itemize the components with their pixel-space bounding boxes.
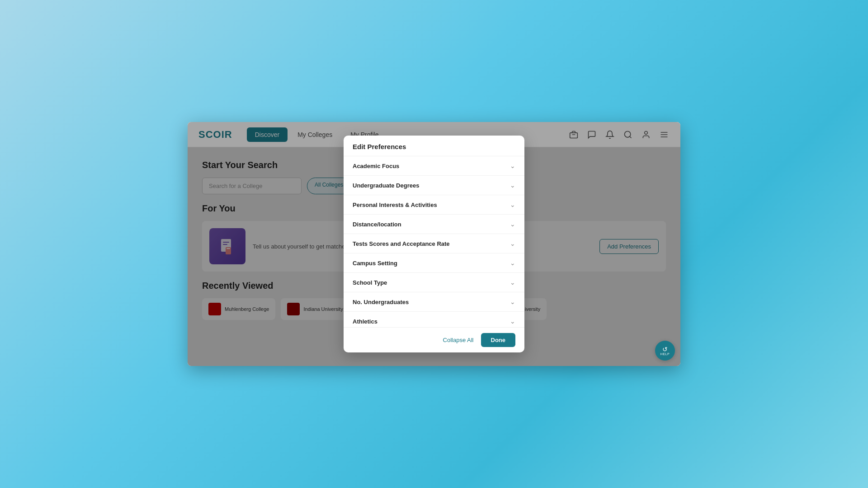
chevron-icon-school-type: ⌄ <box>510 279 515 286</box>
help-icon: ↺ <box>660 346 670 352</box>
pref-item-no-undergraduates[interactable]: No. Undergraduates ⌄ <box>344 292 524 312</box>
modal-overlay[interactable]: Edit Preferences Academic Focus ⌄ Underg… <box>188 122 680 366</box>
help-button[interactable]: ↺ HELP <box>655 341 675 361</box>
pref-item-test-scores[interactable]: Tests Scores and Acceptance Rate ⌄ <box>344 234 524 253</box>
chevron-icon-test-scores: ⌄ <box>510 240 515 247</box>
pref-item-athletics[interactable]: Athletics ⌄ <box>344 312 524 327</box>
modal-footer: Collapse All Done <box>344 327 524 352</box>
pref-item-campus-setting[interactable]: Campus Setting ⌄ <box>344 253 524 273</box>
help-label: HELP <box>660 352 670 356</box>
pref-label-undergraduate-degrees: Undergraduate Degrees <box>353 182 419 189</box>
browser-window: SCOIR Discover My Colleges My Profile <box>188 122 680 366</box>
edit-preferences-modal: Edit Preferences Academic Focus ⌄ Underg… <box>344 136 524 352</box>
pref-label-distance-location: Distance/location <box>353 221 401 228</box>
pref-item-academic-focus[interactable]: Academic Focus ⌄ <box>344 156 524 176</box>
pref-item-personal-interests[interactable]: Personal Interests & Activities ⌄ <box>344 195 524 215</box>
pref-item-school-type[interactable]: School Type ⌄ <box>344 273 524 292</box>
chevron-icon-athletics: ⌄ <box>510 318 515 325</box>
pref-item-undergraduate-degrees[interactable]: Undergraduate Degrees ⌄ <box>344 176 524 195</box>
chevron-icon-no-undergraduates: ⌄ <box>510 298 515 305</box>
chevron-icon-personal-interests: ⌄ <box>510 201 515 208</box>
chevron-icon-campus-setting: ⌄ <box>510 259 515 267</box>
chevron-icon-academic-focus: ⌄ <box>510 162 515 169</box>
chevron-icon-distance-location: ⌄ <box>510 221 515 228</box>
pref-label-no-undergraduates: No. Undergraduates <box>353 299 409 305</box>
pref-label-school-type: School Type <box>353 279 387 286</box>
pref-item-distance-location[interactable]: Distance/location ⌄ <box>344 215 524 234</box>
pref-label-athletics: Athletics <box>353 318 377 325</box>
modal-body: Academic Focus ⌄ Undergraduate Degrees ⌄… <box>344 156 524 327</box>
pref-label-campus-setting: Campus Setting <box>353 260 397 267</box>
done-button[interactable]: Done <box>481 333 516 347</box>
pref-label-personal-interests: Personal Interests & Activities <box>353 202 437 208</box>
modal-title: Edit Preferences <box>353 143 515 150</box>
pref-label-academic-focus: Academic Focus <box>353 163 399 169</box>
chevron-icon-undergraduate-degrees: ⌄ <box>510 182 515 189</box>
collapse-all-button[interactable]: Collapse All <box>443 337 474 343</box>
pref-label-test-scores: Tests Scores and Acceptance Rate <box>353 240 450 247</box>
modal-header: Edit Preferences <box>344 136 524 156</box>
help-button-content: ↺ HELP <box>660 346 670 356</box>
